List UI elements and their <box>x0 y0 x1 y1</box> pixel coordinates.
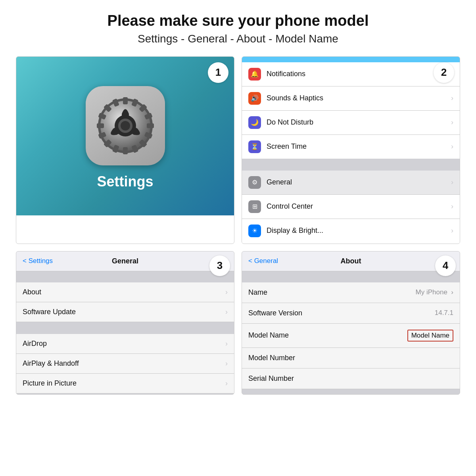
menu-item-display[interactable]: ☀ Display & Bright... › <box>242 219 460 243</box>
general-menu-group: About › Software Update › <box>16 282 234 322</box>
about-menu-group: Name My iPhone › Software Version 14.7.1… <box>242 282 460 389</box>
menu-item-picture[interactable]: Picture in Picture › <box>16 374 234 393</box>
ios-menu-2: 🔔 Notifications › 🔊 Sounds & Haptics › 🌙… <box>242 62 460 243</box>
control-center-icon: ⊞ <box>248 200 261 213</box>
step-badge-2: 2 <box>434 62 454 83</box>
menu-group-1: 🔔 Notifications › 🔊 Sounds & Haptics › 🌙… <box>242 62 460 159</box>
menu-group-2: ⚙ General › ⊞ Control Center › ☀ Display… <box>242 171 460 243</box>
svg-point-20 <box>121 121 130 131</box>
general-menu-group-2: AirDrop › AirPlay & Handoff › Picture in… <box>16 334 234 393</box>
header-title: Please make sure your phone model <box>16 12 460 30</box>
name-row-value: My iPhone › <box>416 288 453 296</box>
chevron-icon: › <box>451 94 453 102</box>
chevron-icon: › <box>451 202 453 211</box>
step-badge-3: 3 <box>209 255 230 276</box>
nav-bar-4: 4 < General About <box>242 251 460 271</box>
chevron-icon: › <box>225 340 228 348</box>
model-number-label: Model Number <box>248 354 295 362</box>
notifications-label: Notifications <box>267 70 451 78</box>
chevron-icon: › <box>225 308 228 316</box>
svg-rect-6 <box>147 123 154 128</box>
nav-bar-3: 3 < Settings General <box>16 251 234 271</box>
display-icon: ☀ <box>248 225 261 237</box>
airplay-label: AirPlay & Handoff <box>23 359 225 368</box>
page-container: Please make sure your phone model Settin… <box>0 0 476 476</box>
menu-item-screentime[interactable]: ⏳ Screen Time › <box>242 135 460 159</box>
header-subtitle: Settings - General - About - Model Name <box>16 33 460 45</box>
about-row-model-number: Model Number <box>242 348 460 369</box>
menu-item-sounds[interactable]: 🔊 Sounds & Haptics › <box>242 86 460 111</box>
svg-rect-14 <box>97 123 104 128</box>
settings-screen: 1 <box>16 57 234 215</box>
chevron-icon: › <box>451 178 453 186</box>
chevron-icon: › <box>451 118 453 127</box>
sounds-icon: 🔊 <box>248 92 261 105</box>
serial-label: Serial Number <box>248 374 294 383</box>
svg-rect-2 <box>123 97 128 104</box>
menu-item-airplay[interactable]: AirPlay & Handoff › <box>16 354 234 374</box>
about-row-serial: Serial Number <box>242 369 460 389</box>
about-row-model-name: Model Name Model Name <box>242 324 460 348</box>
about-gap-top <box>242 271 460 282</box>
screentime-label: Screen Time <box>267 142 451 151</box>
picture-label: Picture in Picture <box>23 379 225 388</box>
separator <box>242 159 460 171</box>
settings-icon-wrap <box>86 86 165 165</box>
name-row-label: Name <box>248 288 267 297</box>
display-label: Display & Bright... <box>267 226 451 235</box>
general-label: General <box>267 178 451 186</box>
chevron-icon: › <box>225 359 228 368</box>
notifications-icon: 🔔 <box>248 68 261 81</box>
panel-step3: 3 < Settings General About › Software Up… <box>16 251 234 395</box>
screentime-icon: ⏳ <box>248 140 261 153</box>
separator <box>16 271 234 282</box>
control-center-label: Control Center <box>267 202 451 211</box>
chevron-icon: › <box>451 142 453 151</box>
model-name-value: Model Name <box>407 330 453 342</box>
model-name-label: Model Name <box>248 331 289 340</box>
menu-item-notifications[interactable]: 🔔 Notifications › <box>242 62 460 86</box>
panel-step2: 2 🔔 Notifications › 🔊 Sounds & Haptics ›… <box>242 56 460 244</box>
steps-grid: 1 <box>16 56 460 395</box>
gear-icon <box>96 96 155 155</box>
software-row-label: Software Version <box>248 309 302 317</box>
about-row-software: Software Version 14.7.1 <box>242 303 460 324</box>
chevron-icon: › <box>451 226 453 235</box>
header: Please make sure your phone model Settin… <box>16 12 460 45</box>
software-update-label: Software Update <box>23 308 225 316</box>
step-badge-1: 1 <box>208 62 228 83</box>
nav-back-4[interactable]: < General <box>248 257 278 265</box>
airdrop-label: AirDrop <box>23 340 225 348</box>
general-icon: ⚙ <box>248 176 261 189</box>
sounds-label: Sounds & Haptics <box>267 94 451 102</box>
menu-item-airdrop[interactable]: AirDrop › <box>16 334 234 354</box>
menu-item-dnd[interactable]: 🌙 Do Not Disturb › <box>242 111 460 135</box>
nav-title-4: About <box>341 257 361 265</box>
menu-item-software-update[interactable]: Software Update › <box>16 302 234 322</box>
chevron-icon: › <box>225 379 228 388</box>
settings-icon-bg <box>86 86 165 165</box>
about-label: About <box>23 288 225 296</box>
panel-top-bar <box>242 57 460 62</box>
menu-item-about[interactable]: About › <box>16 282 234 302</box>
dnd-label: Do Not Disturb <box>267 118 451 127</box>
separator <box>16 323 234 334</box>
step-badge-4: 4 <box>435 255 456 276</box>
dnd-icon: 🌙 <box>248 116 261 129</box>
panel-step4: 4 < General About Name My iPhone › Softw… <box>242 251 460 395</box>
chevron-icon: › <box>225 288 228 296</box>
nav-back-3[interactable]: < Settings <box>23 257 53 265</box>
svg-rect-10 <box>123 147 128 154</box>
menu-item-control-center[interactable]: ⊞ Control Center › <box>242 195 460 219</box>
software-row-value: 14.7.1 <box>435 309 453 317</box>
settings-label: Settings <box>97 173 153 190</box>
about-row-name[interactable]: Name My iPhone › <box>242 282 460 303</box>
panel-step1: 1 <box>16 56 234 244</box>
menu-item-general[interactable]: ⚙ General › <box>242 171 460 195</box>
nav-title-3: General <box>112 257 138 265</box>
